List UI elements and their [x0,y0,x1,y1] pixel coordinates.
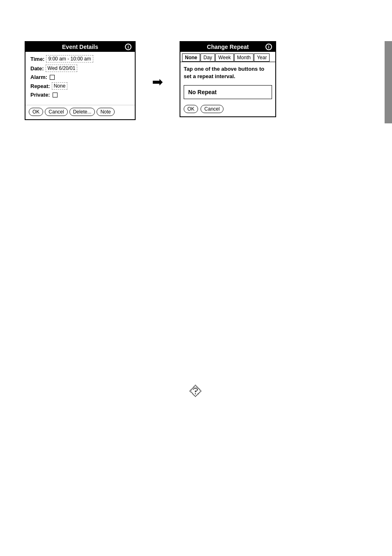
time-value[interactable]: 9:00 am - 10:00 am [46,55,93,63]
repeat-value[interactable]: None [52,82,68,90]
date-label: Date: [30,65,44,72]
repeat-row: Repeat: None [30,82,130,90]
repeat-label: Repeat: [30,83,50,89]
event-details-title: Event Details [62,44,98,50]
event-details-body: Time: 9:00 am - 10:00 am Date: Wed 6/20/… [25,52,135,103]
event-delete-button[interactable]: Delete... [69,108,95,116]
no-repeat-label: No Repeat [188,89,217,95]
change-repeat-info-icon[interactable]: i [265,44,272,50]
alarm-label: Alarm: [30,74,47,80]
event-cancel-button[interactable]: Cancel [45,108,67,116]
alarm-row: Alarm: [30,74,130,80]
tab-year[interactable]: Year [254,53,270,62]
no-repeat-box: No Repeat [184,85,272,99]
tab-day[interactable]: Day [201,53,215,62]
event-details-buttons: OK Cancel Delete... Note [25,105,135,119]
tab-week[interactable]: Week [215,53,233,62]
private-checkbox[interactable] [53,93,58,97]
repeat-dialog-buttons: OK Cancel [180,102,275,116]
tab-none[interactable]: None [182,53,200,62]
tab-month[interactable]: Month [234,53,254,62]
event-details-info-icon[interactable]: i [125,44,131,50]
repeat-ok-button[interactable]: OK [184,105,198,113]
repeat-instructions: Tap one of the above buttons to set a re… [180,62,275,82]
event-details-dialog: Event Details i Time: 9:00 am - 10:00 am… [25,41,136,120]
repeat-cancel-button[interactable]: Cancel [201,105,223,113]
main-area: Event Details i Time: 9:00 am - 10:00 am… [25,41,378,120]
time-label: Time: [30,56,44,62]
copy-icon-area: ⯑ [189,382,203,400]
change-repeat-dialog: Change Repeat i None Day Week Month Year… [180,41,276,117]
event-ok-button[interactable]: OK [29,108,43,116]
alarm-checkbox[interactable] [50,75,55,80]
change-repeat-title-bar: Change Repeat i [180,42,275,52]
repeat-tabs: None Day Week Month Year [180,52,275,62]
copy-icon: ⯑ [189,382,203,400]
date-row: Date: Wed 6/20/01 [30,65,130,72]
event-details-title-bar: Event Details i [25,42,135,52]
event-note-button[interactable]: Note [97,108,114,116]
right-sidebar [385,41,392,123]
time-row: Time: 9:00 am - 10:00 am [30,55,130,63]
date-value[interactable]: Wed 6/20/01 [46,65,78,72]
arrow-icon: ➡ [152,74,163,90]
private-row: Private: [30,92,130,98]
private-label: Private: [30,92,50,98]
change-repeat-title: Change Repeat [207,44,249,50]
